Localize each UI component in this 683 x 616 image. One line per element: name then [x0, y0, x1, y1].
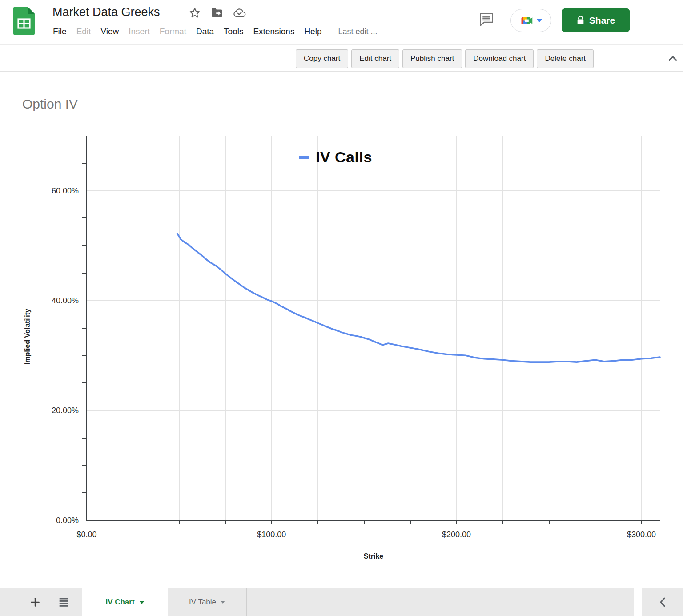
x-axis-title: Strike	[364, 552, 383, 560]
chart-legend[interactable]: IV Calls	[299, 149, 372, 166]
copy-chart-button[interactable]: Copy chart	[296, 49, 348, 68]
sheet-tab-iv-chart[interactable]: IV Chart	[82, 588, 168, 616]
legend-series-label: IV Calls	[316, 149, 372, 166]
google-sheets-app: Market Data Greeks FileEditViewInsertFor…	[0, 0, 683, 616]
delete-chart-button[interactable]: Delete chart	[537, 49, 594, 68]
y-tick-label: 40.00%	[52, 296, 79, 305]
menu-view[interactable]: View	[96, 25, 124, 38]
move-to-folder-icon[interactable]	[211, 7, 223, 19]
add-sheet-button[interactable]	[28, 595, 43, 610]
meet-dropdown-caret	[537, 19, 542, 22]
sheet-tab-label: IV Table	[189, 598, 216, 607]
series-line-iv-calls	[177, 234, 660, 362]
menu-data[interactable]: Data	[191, 25, 219, 38]
chart-container[interactable]: Option IV 0.00%20.00%40.00%60.00%$0.00$1…	[0, 72, 683, 588]
sheet-tab-caret	[139, 601, 145, 604]
sheet-tab-iv-table[interactable]: IV Table	[168, 588, 247, 616]
download-chart-button[interactable]: Download chart	[465, 49, 534, 68]
y-tick-label: 20.00%	[52, 406, 79, 415]
all-sheets-menu-button[interactable]	[56, 595, 72, 609]
last-edit-link[interactable]: Last edit ...	[338, 27, 377, 36]
menu-insert[interactable]: Insert	[124, 25, 155, 38]
publish-chart-button[interactable]: Publish chart	[402, 49, 462, 68]
menu-file[interactable]: File	[48, 25, 72, 38]
document-title[interactable]: Market Data Greeks	[52, 5, 160, 19]
share-button[interactable]: Share	[562, 8, 630, 32]
x-tick-label: $100.00	[257, 530, 286, 539]
sheets-logo[interactable]	[13, 7, 35, 35]
star-icon[interactable]	[189, 7, 201, 19]
legend-series-swatch	[299, 156, 309, 159]
header: Market Data Greeks FileEditViewInsertFor…	[0, 0, 683, 45]
y-tick-label: 0.00%	[56, 516, 79, 525]
cloud-saved-icon[interactable]	[233, 7, 246, 19]
share-label: Share	[589, 15, 615, 26]
x-tick-label: $0.00	[76, 530, 96, 539]
lock-icon	[577, 16, 584, 25]
x-tick-label: $300.00	[627, 530, 656, 539]
google-meet-icon	[520, 15, 534, 27]
tab-bar-divider	[634, 588, 642, 616]
x-tick-label: $200.00	[442, 530, 471, 539]
scroll-tabs-left-icon[interactable]	[656, 595, 670, 610]
sheet-tab-caret	[221, 601, 225, 604]
menu-tools[interactable]: Tools	[219, 25, 248, 38]
menu-help[interactable]: Help	[299, 25, 326, 38]
collapse-toolbar-icon[interactable]	[667, 53, 679, 64]
sheet-tabs: IV ChartIV Table	[82, 588, 247, 616]
sheet-bar-controls	[28, 588, 72, 616]
chart-toolbar: Copy chartEdit chartPublish chartDownloa…	[0, 45, 683, 72]
menu-bar: FileEditViewInsertFormatDataToolsExtensi…	[48, 25, 378, 38]
menu-extensions[interactable]: Extensions	[248, 25, 299, 38]
menu-edit[interactable]: Edit	[72, 25, 96, 38]
sheet-tab-bar: IV ChartIV Table	[0, 588, 683, 616]
comment-history-icon[interactable]	[478, 11, 495, 28]
y-axis-title: Implied Volatility	[24, 309, 32, 365]
sheet-tab-label: IV Chart	[105, 598, 134, 607]
chart-toolbar-buttons: Copy chartEdit chartPublish chartDownloa…	[296, 49, 594, 68]
edit-chart-button[interactable]: Edit chart	[351, 49, 399, 68]
menu-format[interactable]: Format	[155, 25, 191, 38]
meet-button[interactable]	[510, 9, 551, 32]
title-action-icons	[189, 7, 246, 19]
y-tick-label: 60.00%	[52, 186, 79, 195]
